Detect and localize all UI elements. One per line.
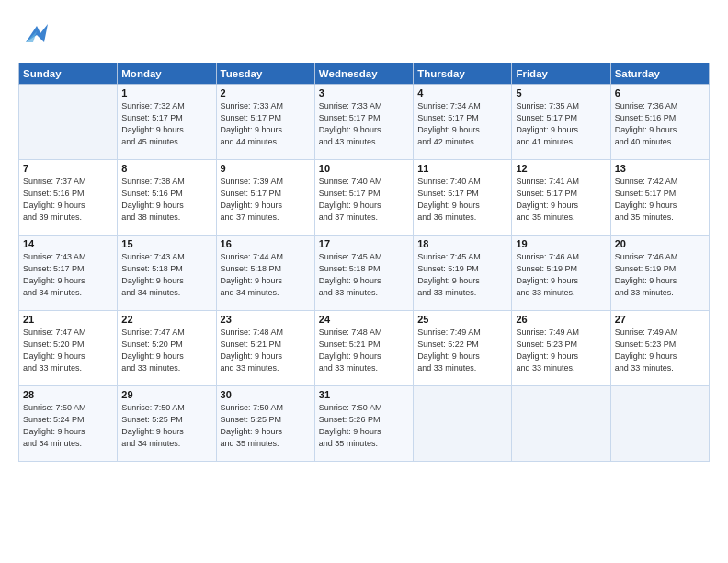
page: SundayMondayTuesdayWednesdayThursdayFrid… [0,0,728,563]
day-info: Sunrise: 7:33 AM Sunset: 5:17 PM Dayligh… [319,100,409,148]
calendar-cell: 23Sunrise: 7:48 AM Sunset: 5:21 PM Dayli… [216,311,314,386]
weekday-header-friday: Friday [512,63,610,85]
day-info: Sunrise: 7:37 AM Sunset: 5:16 PM Dayligh… [23,176,113,224]
day-info: Sunrise: 7:42 AM Sunset: 5:17 PM Dayligh… [615,176,705,224]
day-number: 9 [221,163,311,174]
day-info: Sunrise: 7:38 AM Sunset: 5:16 PM Dayligh… [121,176,211,224]
week-row-1: 1Sunrise: 7:32 AM Sunset: 5:17 PM Daylig… [19,85,710,160]
day-info: Sunrise: 7:48 AM Sunset: 5:21 PM Dayligh… [221,327,311,374]
day-info: Sunrise: 7:44 AM Sunset: 5:18 PM Dayligh… [221,251,311,299]
calendar-cell: 18Sunrise: 7:45 AM Sunset: 5:19 PM Dayli… [414,236,512,311]
day-info: Sunrise: 7:50 AM Sunset: 5:24 PM Dayligh… [23,402,113,450]
calendar-cell: 20Sunrise: 7:46 AM Sunset: 5:19 PM Dayli… [610,236,709,311]
day-info: Sunrise: 7:49 AM Sunset: 5:23 PM Dayligh… [516,327,606,374]
day-number: 27 [615,314,705,325]
weekday-header-saturday: Saturday [610,63,709,85]
weekday-header-tuesday: Tuesday [216,63,314,85]
calendar-cell: 22Sunrise: 7:47 AM Sunset: 5:20 PM Dayli… [118,311,216,386]
calendar-cell: 16Sunrise: 7:44 AM Sunset: 5:18 PM Dayli… [216,236,314,311]
day-number: 25 [417,314,507,325]
calendar-cell: 24Sunrise: 7:48 AM Sunset: 5:21 PM Dayli… [314,311,413,386]
day-number: 15 [121,238,211,249]
day-info: Sunrise: 7:41 AM Sunset: 5:17 PM Dayligh… [516,176,606,224]
calendar-cell: 14Sunrise: 7:43 AM Sunset: 5:17 PM Dayli… [19,236,118,311]
calendar-cell [512,386,610,462]
day-info: Sunrise: 7:39 AM Sunset: 5:17 PM Dayligh… [221,176,311,224]
calendar-cell: 10Sunrise: 7:40 AM Sunset: 5:17 PM Dayli… [314,160,413,236]
day-info: Sunrise: 7:32 AM Sunset: 5:17 PM Dayligh… [121,100,211,148]
day-number: 12 [516,163,606,174]
logo [18,17,51,53]
calendar-cell: 19Sunrise: 7:46 AM Sunset: 5:19 PM Dayli… [512,236,610,311]
calendar-cell: 9Sunrise: 7:39 AM Sunset: 5:17 PM Daylig… [216,160,314,236]
calendar-cell: 27Sunrise: 7:49 AM Sunset: 5:23 PM Dayli… [610,311,709,386]
calendar-cell: 13Sunrise: 7:42 AM Sunset: 5:17 PM Dayli… [610,160,709,236]
day-number: 22 [121,314,211,325]
day-info: Sunrise: 7:50 AM Sunset: 5:25 PM Dayligh… [121,402,211,450]
day-number: 8 [121,163,211,174]
calendar-cell: 31Sunrise: 7:50 AM Sunset: 5:26 PM Dayli… [314,386,413,462]
calendar-cell: 8Sunrise: 7:38 AM Sunset: 5:16 PM Daylig… [118,160,216,236]
weekday-header-sunday: Sunday [19,63,118,85]
calendar-cell: 2Sunrise: 7:33 AM Sunset: 5:17 PM Daylig… [216,85,314,160]
day-number: 7 [23,163,113,174]
day-number: 4 [417,87,507,98]
calendar-table: SundayMondayTuesdayWednesdayThursdayFrid… [18,63,710,462]
day-number: 23 [221,314,311,325]
day-number: 21 [23,314,113,325]
calendar-cell: 12Sunrise: 7:41 AM Sunset: 5:17 PM Dayli… [512,160,610,236]
day-number: 3 [319,87,409,98]
day-number: 17 [319,238,409,249]
day-info: Sunrise: 7:47 AM Sunset: 5:20 PM Dayligh… [121,327,211,374]
day-number: 6 [615,87,705,98]
weekday-header-row: SundayMondayTuesdayWednesdayThursdayFrid… [19,63,710,85]
calendar-cell [610,386,709,462]
calendar-cell: 6Sunrise: 7:36 AM Sunset: 5:16 PM Daylig… [610,85,709,160]
day-number: 13 [615,163,705,174]
calendar-cell [414,386,512,462]
day-number: 24 [319,314,409,325]
day-info: Sunrise: 7:36 AM Sunset: 5:16 PM Dayligh… [615,100,705,148]
calendar-cell: 21Sunrise: 7:47 AM Sunset: 5:20 PM Dayli… [19,311,118,386]
weekday-header-thursday: Thursday [414,63,512,85]
day-info: Sunrise: 7:47 AM Sunset: 5:20 PM Dayligh… [23,327,113,374]
header [18,17,710,53]
calendar-cell: 11Sunrise: 7:40 AM Sunset: 5:17 PM Dayli… [414,160,512,236]
weekday-header-wednesday: Wednesday [314,63,413,85]
calendar-cell: 4Sunrise: 7:34 AM Sunset: 5:17 PM Daylig… [414,85,512,160]
day-number: 14 [23,238,113,249]
calendar-cell: 5Sunrise: 7:35 AM Sunset: 5:17 PM Daylig… [512,85,610,160]
day-number: 1 [121,87,211,98]
day-info: Sunrise: 7:50 AM Sunset: 5:25 PM Dayligh… [221,402,311,450]
day-info: Sunrise: 7:46 AM Sunset: 5:19 PM Dayligh… [516,251,606,299]
week-row-5: 28Sunrise: 7:50 AM Sunset: 5:24 PM Dayli… [19,386,710,462]
logo-icon [18,17,51,50]
calendar-cell: 3Sunrise: 7:33 AM Sunset: 5:17 PM Daylig… [314,85,413,160]
day-info: Sunrise: 7:33 AM Sunset: 5:17 PM Dayligh… [221,100,311,148]
day-number: 19 [516,238,606,249]
calendar-cell: 15Sunrise: 7:43 AM Sunset: 5:18 PM Dayli… [118,236,216,311]
calendar-cell: 1Sunrise: 7:32 AM Sunset: 5:17 PM Daylig… [118,85,216,160]
day-number: 10 [319,163,409,174]
day-info: Sunrise: 7:40 AM Sunset: 5:17 PM Dayligh… [417,176,507,224]
day-info: Sunrise: 7:50 AM Sunset: 5:26 PM Dayligh… [319,402,409,450]
day-number: 16 [221,238,311,249]
day-number: 31 [319,389,409,400]
calendar-cell: 17Sunrise: 7:45 AM Sunset: 5:18 PM Dayli… [314,236,413,311]
day-info: Sunrise: 7:40 AM Sunset: 5:17 PM Dayligh… [319,176,409,224]
day-number: 20 [615,238,705,249]
day-number: 30 [221,389,311,400]
week-row-3: 14Sunrise: 7:43 AM Sunset: 5:17 PM Dayli… [19,236,710,311]
day-info: Sunrise: 7:34 AM Sunset: 5:17 PM Dayligh… [417,100,507,148]
day-info: Sunrise: 7:48 AM Sunset: 5:21 PM Dayligh… [319,327,409,374]
day-info: Sunrise: 7:45 AM Sunset: 5:18 PM Dayligh… [319,251,409,299]
day-number: 11 [417,163,507,174]
calendar-cell [19,85,118,160]
weekday-header-monday: Monday [118,63,216,85]
day-info: Sunrise: 7:49 AM Sunset: 5:22 PM Dayligh… [417,327,507,374]
calendar-cell: 30Sunrise: 7:50 AM Sunset: 5:25 PM Dayli… [216,386,314,462]
day-info: Sunrise: 7:35 AM Sunset: 5:17 PM Dayligh… [516,100,606,148]
day-info: Sunrise: 7:46 AM Sunset: 5:19 PM Dayligh… [615,251,705,299]
week-row-4: 21Sunrise: 7:47 AM Sunset: 5:20 PM Dayli… [19,311,710,386]
calendar-cell: 29Sunrise: 7:50 AM Sunset: 5:25 PM Dayli… [118,386,216,462]
